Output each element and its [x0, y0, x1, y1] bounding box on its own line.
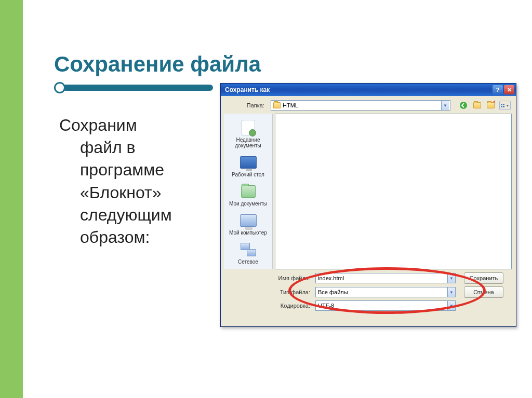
places-mydocs-label: Мои документы: [229, 201, 267, 207]
encoding-label: Кодировка:: [221, 303, 312, 309]
filetype-value: Все файлы: [318, 289, 447, 295]
file-list-pane[interactable]: [275, 114, 512, 269]
filetype-row: Тип файла: Все файлы ▼ Отмена: [221, 286, 511, 298]
body-first-word: Сохраним: [59, 116, 137, 134]
slide-accent-band: [0, 0, 23, 398]
filename-label: Имя файла:: [221, 275, 312, 281]
filename-value: index.html: [318, 275, 447, 281]
save-as-dialog: Сохранить как ? ✕ Папка: HTML ▼: [220, 83, 516, 327]
places-desktop-label: Рабочий стол: [232, 172, 264, 177]
places-mycomp-label: Мой компьютер: [229, 230, 267, 236]
up-one-level-icon[interactable]: [472, 101, 482, 110]
close-button[interactable]: ✕: [504, 85, 514, 94]
places-bar: Недавние документы Рабочий стол Мои доку…: [224, 114, 273, 269]
encoding-row: Кодировка: UTF-8 ▼: [221, 300, 511, 311]
encoding-value: UTF-8: [318, 303, 447, 309]
chevron-down-icon[interactable]: ▼: [447, 301, 455, 310]
dialog-title: Сохранить как: [225, 86, 491, 93]
body-rest: файл в программе «Блокнот» следующим обр…: [59, 136, 200, 249]
bullet-bar-icon: [62, 85, 213, 91]
desktop-icon: [240, 156, 257, 169]
encoding-select[interactable]: UTF-8 ▼: [315, 300, 456, 311]
filetype-label: Тип файла:: [221, 289, 312, 295]
chevron-down-icon[interactable]: ▼: [447, 273, 455, 283]
svg-point-0: [460, 102, 467, 109]
dialog-bottom-section: Имя файла: index.html ▼ Сохранить Тип фа…: [221, 269, 516, 319]
my-computer-icon: [240, 214, 257, 227]
help-button[interactable]: ?: [493, 85, 503, 94]
places-recent[interactable]: Недавние документы: [224, 117, 272, 152]
places-mycomputer[interactable]: Мой компьютер: [224, 210, 272, 239]
places-mydocs[interactable]: Мои документы: [224, 181, 272, 210]
network-icon: [241, 243, 256, 256]
dialog-titlebar[interactable]: Сохранить как ? ✕: [221, 84, 516, 96]
folder-icon: [273, 102, 281, 108]
bullet-dot-icon: [54, 82, 65, 93]
filetype-select[interactable]: Все файлы ▼: [315, 287, 456, 297]
places-network-label: Сетевое: [238, 259, 258, 265]
slide-content: Сохранение файла Сохраним файл в програм…: [23, 0, 532, 398]
dialog-toolbar: ▼: [459, 101, 511, 110]
recent-docs-icon: [242, 120, 255, 135]
places-desktop[interactable]: Рабочий стол: [224, 152, 272, 181]
filename-input[interactable]: index.html ▼: [315, 273, 456, 283]
chevron-down-icon[interactable]: ▼: [441, 101, 449, 110]
lookin-combo[interactable]: HTML ▼: [271, 100, 450, 111]
slide-body-text: Сохраним файл в программе «Блокнот» след…: [54, 114, 200, 249]
new-folder-icon[interactable]: [486, 101, 495, 110]
cancel-button[interactable]: Отмена: [464, 286, 503, 298]
chevron-down-icon[interactable]: ▼: [447, 287, 455, 297]
save-button[interactable]: Сохранить: [464, 272, 503, 284]
slide-title: Сохранение файла: [54, 52, 511, 77]
views-menu-icon[interactable]: ▼: [499, 101, 511, 110]
back-icon[interactable]: [459, 101, 468, 110]
lookin-value: HTML: [283, 102, 298, 108]
lookin-label: Папка:: [226, 102, 268, 108]
places-network[interactable]: Сетевое: [224, 239, 272, 268]
my-documents-icon: [241, 185, 256, 198]
places-recent-label: Недавние документы: [225, 137, 271, 148]
filename-row: Имя файла: index.html ▼ Сохранить: [221, 272, 511, 284]
lookin-row: Папка: HTML ▼ ▼: [221, 96, 516, 114]
dialog-content-row: Недавние документы Рабочий стол Мои доку…: [221, 114, 516, 269]
